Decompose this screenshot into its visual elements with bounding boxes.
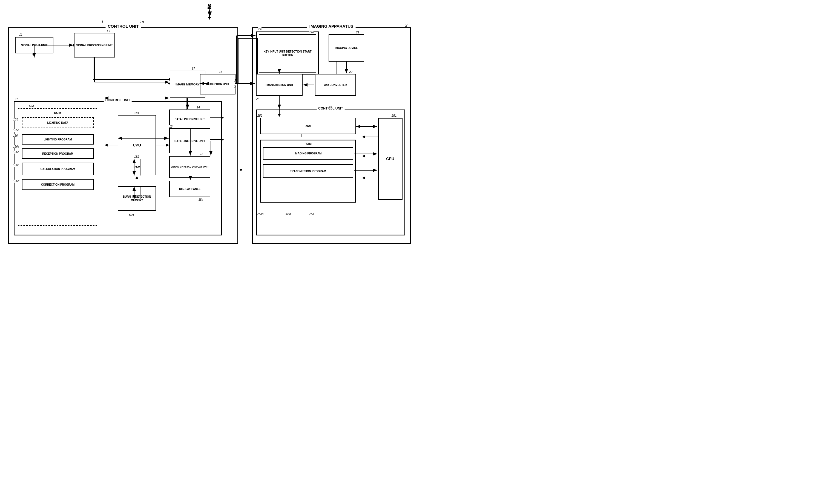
label-186c: 186c xyxy=(13,164,19,167)
label-13: 13 xyxy=(169,125,173,128)
ad-converter-label: A/D CONVERTER xyxy=(324,83,347,87)
gate-line-drive-box: GATE LINE DRIVE UNIT xyxy=(169,129,210,153)
svg-marker-1 xyxy=(208,17,211,20)
lighting-program-box: LIGHTING PROGRAM xyxy=(22,134,94,145)
label-186: 186 xyxy=(13,134,18,137)
burn-in-label: BURN-IN DETECTION MEMORY xyxy=(118,195,156,202)
cpu-img-label: CPU xyxy=(386,156,394,161)
label-252: 252 xyxy=(257,114,262,117)
label-186a: 186a xyxy=(13,145,19,148)
label-185: 185 xyxy=(13,118,18,121)
correction-program-label: CORRECTION PROGRAM xyxy=(41,183,74,186)
key-input-box: KEY INPUT UNIT DETECTION START BUTTON xyxy=(259,34,316,73)
transmission-unit-box: TRANSMISSION UNIT xyxy=(256,74,303,96)
imaging-program-label: IMAGING PROGRAM xyxy=(294,152,322,155)
diagram: S xyxy=(0,0,420,252)
lighting-data-label: LIGHTING DATA xyxy=(47,121,69,125)
label-181: 181 xyxy=(134,111,139,114)
label-251: 251 xyxy=(392,114,396,117)
label-25: 25 xyxy=(328,106,332,109)
gate-line-drive-label: GATE LINE DRIVE UNIT xyxy=(175,139,205,143)
key-input-label: KEY INPUT UNIT DETECTION START BUTTON xyxy=(259,50,316,57)
label-1a: 1a xyxy=(140,20,144,24)
label-185a: 185a xyxy=(13,129,19,132)
imaging-device-label: IMAGING DEVICE xyxy=(335,46,358,50)
transmission-unit-label: TRANSMISSION UNIT xyxy=(265,83,293,87)
control-unit-tv-title: CONTROL UNIT xyxy=(104,98,132,102)
cpu-label: CPU xyxy=(133,143,141,147)
label-253b: 253b xyxy=(285,213,291,215)
ram-tv-box: RAM xyxy=(118,159,156,175)
calculation-program-label: CALCULATION PROGRAM xyxy=(40,167,75,171)
lighting-program-label: LIGHTING PROGRAM xyxy=(44,138,72,141)
label-24: 24 xyxy=(258,28,262,31)
label-253: 253 xyxy=(309,213,314,215)
lighting-data-box: LIGHTING DATA xyxy=(22,117,94,128)
svg-text:S: S xyxy=(208,3,211,9)
ad-converter-box: A/D CONVERTER xyxy=(315,74,356,96)
label-14: 14 xyxy=(197,106,200,109)
label-18: 18 xyxy=(15,97,18,101)
tv-title: CONTROL UNIT xyxy=(105,24,141,29)
label-253a: 253a xyxy=(257,213,264,215)
imaging-device-box: IMAGING DEVICE xyxy=(328,34,364,61)
reception-unit-box: RECEPTION UNIT xyxy=(200,74,235,94)
label-3: 3 xyxy=(234,84,236,88)
label-15a: 15a xyxy=(198,198,203,201)
signal-processing-label: SIGNAL PROCESSING UNIT xyxy=(76,43,112,47)
label-183: 183 xyxy=(129,214,133,217)
label-16: 16 xyxy=(219,70,222,73)
reception-program-box: RECEPTION PROGRAM xyxy=(22,148,94,159)
ram-tv-label: RAM xyxy=(133,165,140,169)
label-186b: 186b xyxy=(13,150,19,154)
signal-input-label: SIGNAL INPUT UNIT xyxy=(21,43,47,47)
correction-program-box: CORRECTION PROGRAM xyxy=(22,179,94,190)
liquid-crystal-box: LIQUID CRYSTAL DISPLAY UNIT xyxy=(169,156,210,178)
svg-marker-31 xyxy=(239,169,242,172)
label-12: 12 xyxy=(107,30,110,33)
label-21: 21 xyxy=(356,31,359,34)
label-22: 22 xyxy=(349,70,352,73)
display-panel-box: DISPLAY PANEL xyxy=(169,181,210,197)
burn-in-box: BURN-IN DETECTION MEMORY xyxy=(118,186,156,211)
display-panel-label: DISPLAY PANEL xyxy=(179,187,200,191)
ram-img-label: RAM xyxy=(304,124,311,128)
signal-processing-box: SIGNAL PROCESSING UNIT xyxy=(74,33,115,57)
rom-label: ROM xyxy=(54,111,61,115)
reception-program-label: RECEPTION PROGRAM xyxy=(42,152,73,156)
label-23: 23 xyxy=(256,97,259,101)
label-17: 17 xyxy=(192,67,195,70)
label-182: 182 xyxy=(134,155,139,158)
signal-input-box: SIGNAL INPUT UNIT xyxy=(15,37,53,53)
reception-unit-label: RECEPTION UNIT xyxy=(206,83,229,86)
liquid-crystal-label: LIQUID CRYSTAL DISPLAY UNIT xyxy=(171,165,209,169)
imaging-program-box: IMAGING PROGRAM xyxy=(263,147,353,160)
imaging-title: IMAGING APPARATUS xyxy=(307,24,356,29)
label-1: 1 xyxy=(101,20,104,24)
data-line-drive-label: DATA LINE DRIVE UNIT xyxy=(175,118,205,121)
transmission-program-box: TRANSMISSION PROGRAM xyxy=(263,164,353,178)
cpu-img-box: CPU xyxy=(378,118,403,200)
s-label: S xyxy=(208,4,211,9)
calculation-program-box: CALCULATION PROGRAM xyxy=(22,163,94,175)
image-memory-label: IMAGE MEMORY xyxy=(176,83,200,86)
label-186d: 186d xyxy=(13,180,19,183)
ram-img-box: RAM xyxy=(260,118,356,134)
rom-img-label: ROM xyxy=(304,142,311,145)
label-24a: 24a xyxy=(309,31,314,34)
label-11: 11 xyxy=(19,33,22,36)
label-2: 2 xyxy=(405,23,408,28)
transmission-program-label: TRANSMISSION PROGRAM xyxy=(290,169,326,173)
label-184: 184 xyxy=(29,105,34,108)
data-line-drive-box: DATA LINE DRIVE UNIT xyxy=(169,109,210,129)
label-15: 15 xyxy=(200,152,203,156)
